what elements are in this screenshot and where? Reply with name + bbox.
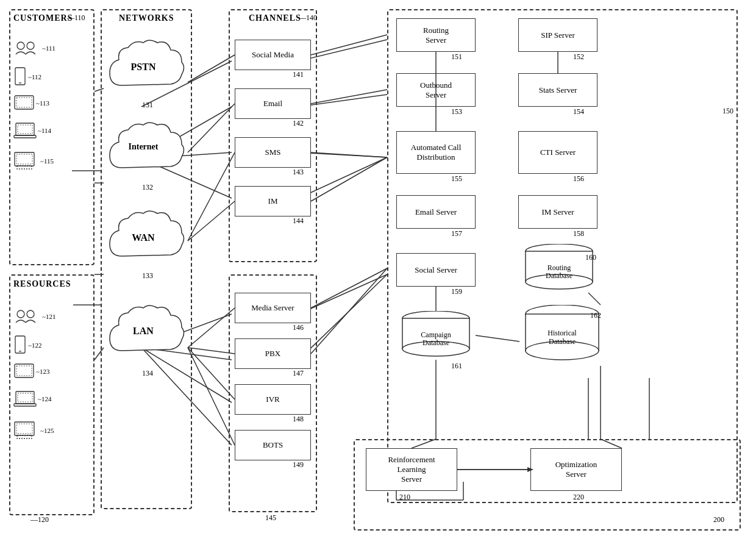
ref-210: 210 xyxy=(399,493,410,502)
stats-server-box: Stats Server xyxy=(518,73,597,107)
social-media-box: Social Media xyxy=(235,40,311,70)
ref-158: 158 xyxy=(573,229,584,238)
rl-server-box: Reinforcement Learning Server xyxy=(366,448,457,491)
svg-line-82 xyxy=(311,268,387,354)
resource-icon-123: ~123 xyxy=(13,363,49,380)
ref-133: 133 xyxy=(142,271,153,281)
ref-220: 220 xyxy=(573,493,584,502)
networks-label: NETWORKS xyxy=(119,13,174,23)
ref-162: 162 xyxy=(590,311,601,320)
svg-line-70 xyxy=(188,104,235,152)
ref-156: 156 xyxy=(573,174,584,184)
svg-text:LAN: LAN xyxy=(133,326,154,336)
ref-123: ~123 xyxy=(36,368,49,375)
svg-rect-36 xyxy=(15,336,25,353)
svg-text:Database: Database xyxy=(423,338,449,347)
resource-icon-124: ~124 xyxy=(13,390,51,407)
svg-point-22 xyxy=(17,42,24,49)
ref-153: 153 xyxy=(451,107,462,116)
social-server-box: Social Server xyxy=(396,253,476,287)
ref-146: 146 xyxy=(293,323,304,332)
svg-point-35 xyxy=(27,310,34,318)
svg-line-78 xyxy=(311,90,387,104)
customer-icon-113: ~113 xyxy=(13,95,49,112)
ref-159: 159 xyxy=(451,287,462,296)
svg-rect-24 xyxy=(15,68,25,85)
svg-line-79 xyxy=(311,152,387,157)
customer-icon-114: ~114 xyxy=(13,122,51,139)
svg-point-23 xyxy=(27,42,34,49)
ref-143: 143 xyxy=(293,168,304,177)
svg-text:Database: Database xyxy=(549,337,576,346)
ref-131: 131 xyxy=(142,101,153,110)
ref-147: 147 xyxy=(293,369,304,378)
svg-line-75 xyxy=(188,348,235,399)
svg-rect-44 xyxy=(16,424,32,434)
svg-line-72 xyxy=(188,201,235,241)
lan-cloud: LAN xyxy=(104,299,189,374)
svg-rect-27 xyxy=(16,98,32,107)
resource-icon-121: ~121 xyxy=(13,308,55,325)
ref-142: 142 xyxy=(293,119,304,128)
svg-line-69 xyxy=(188,55,235,82)
pbx-box: PBX xyxy=(235,338,311,369)
svg-text:Campaign: Campaign xyxy=(421,331,451,339)
email-server-box: Email Server xyxy=(396,195,476,229)
email-channel-box: Email xyxy=(235,88,311,119)
bots-box: BOTS xyxy=(235,430,311,460)
ref-140: —140 xyxy=(299,13,317,23)
customer-icon-112: ~112 xyxy=(13,67,41,87)
svg-rect-41 xyxy=(18,393,32,402)
svg-line-77 xyxy=(311,35,387,55)
ref-124: ~124 xyxy=(38,395,51,402)
ref-155: 155 xyxy=(451,174,462,184)
ref-113: ~113 xyxy=(36,99,49,107)
ivr-box: IVR xyxy=(235,384,311,415)
svg-point-34 xyxy=(17,310,24,318)
routing-server-box: Routing Server xyxy=(396,18,476,52)
cti-server-box: CTI Server xyxy=(518,131,597,174)
resources-label: RESOURCES xyxy=(13,279,71,289)
outbound-server-box: Outbound Server xyxy=(396,73,476,107)
svg-text:Internet: Internet xyxy=(129,142,159,151)
ref-148: 148 xyxy=(293,415,304,424)
ref-134: 134 xyxy=(142,369,153,378)
ref-160: 160 xyxy=(585,253,596,262)
customers-label: CUSTOMERS xyxy=(13,13,73,23)
svg-rect-29 xyxy=(18,125,32,134)
svg-text:Routing: Routing xyxy=(547,263,571,272)
ref-125: ~125 xyxy=(40,427,54,434)
ref-200: 200 xyxy=(713,515,724,524)
optimization-server-box: Optimization Server xyxy=(530,448,622,491)
im-channel-box: IM xyxy=(235,186,311,216)
svg-rect-45 xyxy=(17,435,32,438)
acd-box: Automated Call Distribution xyxy=(396,131,476,174)
media-server-box: Media Server xyxy=(235,293,311,323)
sip-server-box: SIP Server xyxy=(518,18,597,52)
ref-115: ~115 xyxy=(40,157,54,165)
ref-120: —120 xyxy=(30,515,49,524)
customers-ref: —110 xyxy=(67,13,85,23)
svg-text:PSTN: PSTN xyxy=(131,62,156,72)
svg-line-74 xyxy=(188,348,235,354)
resource-icon-122: ~122 xyxy=(13,335,41,355)
svg-rect-42 xyxy=(14,404,36,406)
pstn-cloud: PSTN xyxy=(104,37,189,106)
ref-114: ~114 xyxy=(38,127,51,134)
ref-141: 141 xyxy=(293,70,304,79)
svg-rect-39 xyxy=(16,366,32,376)
svg-rect-33 xyxy=(17,166,32,169)
ref-151: 151 xyxy=(451,52,462,62)
ref-152: 152 xyxy=(573,52,584,62)
svg-text:Database: Database xyxy=(546,271,572,280)
svg-line-76 xyxy=(188,348,235,445)
ref-112: ~112 xyxy=(28,73,41,80)
im-server-box: IM Server xyxy=(518,195,597,229)
svg-rect-32 xyxy=(16,154,32,164)
svg-rect-30 xyxy=(14,135,36,138)
svg-line-71 xyxy=(188,152,235,241)
resource-icon-125: ~125 xyxy=(13,421,54,440)
svg-line-80 xyxy=(311,157,387,201)
sms-box: SMS xyxy=(235,137,311,168)
svg-line-81 xyxy=(311,268,387,308)
